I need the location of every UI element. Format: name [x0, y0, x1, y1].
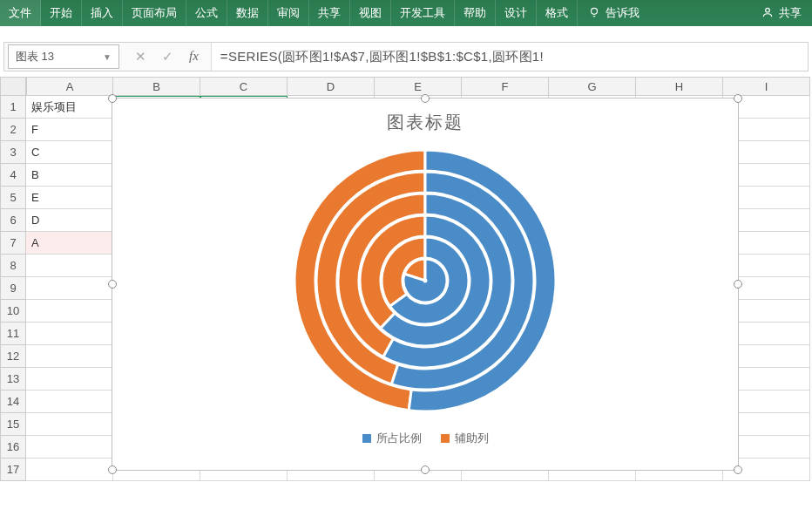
- cell[interactable]: A: [26, 232, 113, 255]
- cell[interactable]: B: [26, 164, 113, 187]
- cell[interactable]: [26, 277, 113, 300]
- cell[interactable]: [26, 368, 113, 391]
- row-header[interactable]: 3: [0, 141, 26, 164]
- row-header[interactable]: 7: [0, 232, 26, 255]
- chart-object[interactable]: 图表标题 所占比例 辅助列: [112, 98, 739, 471]
- col-header[interactable]: C: [200, 77, 288, 96]
- cell[interactable]: [26, 436, 113, 458]
- cell[interactable]: [26, 391, 113, 413]
- name-box[interactable]: 图表 13 ▼: [8, 44, 119, 69]
- row-header[interactable]: 1: [0, 96, 26, 119]
- cell[interactable]: E: [26, 187, 113, 209]
- row-header[interactable]: 14: [0, 391, 26, 413]
- cell[interactable]: [26, 458, 113, 481]
- cell[interactable]: C: [26, 141, 113, 164]
- select-all-corner[interactable]: [0, 77, 26, 96]
- svg-point-0: [592, 8, 598, 14]
- chart-title[interactable]: 图表标题: [112, 98, 738, 141]
- cell[interactable]: [26, 413, 113, 436]
- formula-input[interactable]: =SERIES(圆环图1!$A$7,圆环图1!$B$1:$C$1,圆环图1!: [211, 43, 808, 71]
- tab-view[interactable]: 视图: [350, 0, 391, 26]
- tab-home[interactable]: 开始: [41, 0, 82, 26]
- chart-plot-area[interactable]: [112, 141, 738, 420]
- cell[interactable]: [26, 323, 113, 345]
- row-header[interactable]: 9: [0, 277, 26, 300]
- legend-label: 所占比例: [376, 431, 422, 446]
- row-header[interactable]: 13: [0, 368, 26, 391]
- share-button[interactable]: 共享: [751, 0, 812, 26]
- row-header[interactable]: 10: [0, 300, 26, 323]
- chart-legend[interactable]: 所占比例 辅助列: [112, 420, 738, 457]
- col-header[interactable]: H: [636, 77, 723, 96]
- cell[interactable]: D: [26, 209, 113, 232]
- cell[interactable]: 娱乐项目: [26, 96, 113, 119]
- tell-me[interactable]: 告诉我: [578, 0, 650, 26]
- formula-bar: 图表 13 ▼ ✕ ✓ fx =SERIES(圆环图1!$A$7,圆环图1!$B…: [3, 42, 809, 71]
- column-headers: A B C D E F G H I: [26, 77, 812, 96]
- fx-icon[interactable]: fx: [189, 49, 199, 65]
- col-header[interactable]: D: [288, 77, 375, 96]
- legend-item[interactable]: 辅助列: [441, 431, 489, 446]
- col-header[interactable]: E: [375, 77, 462, 96]
- legend-item[interactable]: 所占比例: [362, 431, 422, 446]
- chart-resize-handle[interactable]: [421, 94, 430, 103]
- tab-page-layout[interactable]: 页面布局: [123, 0, 186, 26]
- spreadsheet-grid[interactable]: A B C D E F G H I 1 娱乐项目 所占比例 辅助列 2F 3C …: [0, 77, 812, 481]
- tab-design[interactable]: 设计: [496, 0, 537, 26]
- cell[interactable]: F: [26, 119, 113, 141]
- col-header[interactable]: A: [26, 77, 113, 96]
- tab-share[interactable]: 共享: [309, 0, 350, 26]
- col-header[interactable]: I: [723, 77, 810, 96]
- doughnut-chart-icon: [286, 141, 565, 420]
- tab-developer[interactable]: 开发工具: [391, 0, 455, 26]
- row-header[interactable]: 15: [0, 413, 26, 436]
- row-header[interactable]: 17: [0, 458, 26, 481]
- legend-swatch-icon: [441, 434, 450, 443]
- chart-resize-handle[interactable]: [108, 280, 117, 289]
- tab-formulas[interactable]: 公式: [186, 0, 227, 26]
- chart-resize-handle[interactable]: [421, 465, 430, 474]
- person-icon: [761, 6, 774, 21]
- chart-resize-handle[interactable]: [108, 94, 117, 103]
- row-header[interactable]: 6: [0, 209, 26, 232]
- tab-help[interactable]: 帮助: [455, 0, 496, 26]
- chart-resize-handle[interactable]: [734, 465, 742, 474]
- chevron-down-icon[interactable]: ▼: [103, 52, 112, 62]
- row-header[interactable]: 12: [0, 345, 26, 368]
- formula-enter-icon[interactable]: ✓: [162, 49, 173, 65]
- legend-label: 辅助列: [455, 431, 489, 446]
- tell-me-label: 告诉我: [606, 5, 639, 21]
- tab-insert[interactable]: 插入: [82, 0, 123, 26]
- col-header[interactable]: F: [462, 77, 549, 96]
- row-header[interactable]: 11: [0, 323, 26, 345]
- lightbulb-icon: [588, 6, 600, 21]
- cell[interactable]: [26, 300, 113, 323]
- svg-point-2: [766, 8, 770, 12]
- row-header[interactable]: 4: [0, 164, 26, 187]
- tab-file[interactable]: 文件: [0, 0, 41, 26]
- col-header[interactable]: B: [113, 77, 200, 96]
- row-header[interactable]: 5: [0, 187, 26, 209]
- row-header[interactable]: 2: [0, 119, 26, 141]
- chart-resize-handle[interactable]: [734, 280, 742, 289]
- col-header[interactable]: G: [549, 77, 636, 96]
- cell[interactable]: [26, 255, 113, 277]
- chart-resize-handle[interactable]: [734, 94, 742, 103]
- chart-resize-handle[interactable]: [108, 465, 117, 474]
- row-header[interactable]: 16: [0, 436, 26, 458]
- formula-cancel-icon[interactable]: ✕: [135, 49, 146, 65]
- cell[interactable]: [26, 345, 113, 368]
- tab-format[interactable]: 格式: [537, 0, 578, 26]
- tab-review[interactable]: 审阅: [268, 0, 309, 26]
- legend-swatch-icon: [362, 434, 371, 443]
- row-header[interactable]: 8: [0, 255, 26, 277]
- ribbon-tabs: 文件 开始 插入 页面布局 公式 数据 审阅 共享 视图 开发工具 帮助 设计 …: [0, 0, 812, 26]
- tab-data[interactable]: 数据: [227, 0, 268, 26]
- share-label: 共享: [779, 5, 802, 21]
- name-box-value: 图表 13: [16, 49, 54, 65]
